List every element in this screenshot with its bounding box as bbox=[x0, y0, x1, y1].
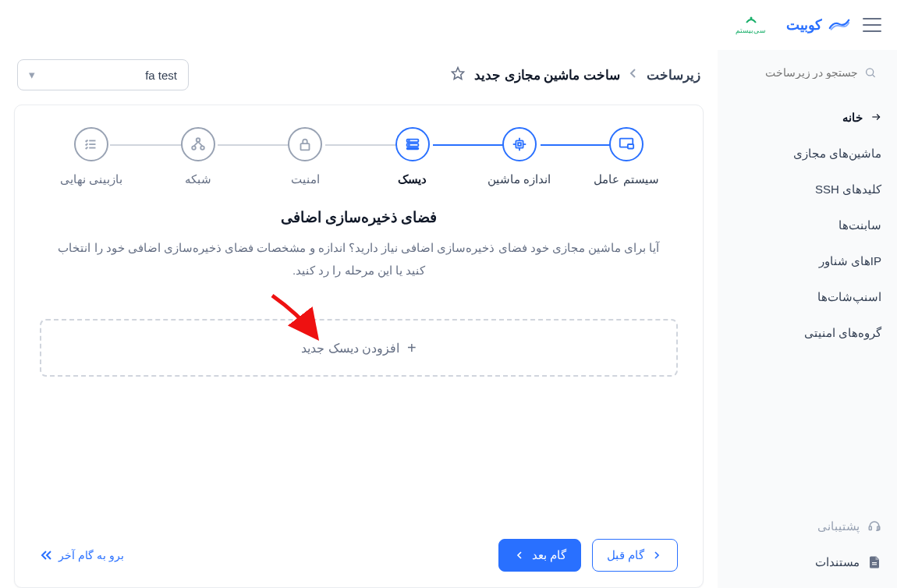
stepper: سیستم عامل اندازه ماشین دیسک امنیت شبکه bbox=[40, 127, 678, 186]
brand[interactable]: کوبیت bbox=[786, 16, 850, 34]
add-disk-button[interactable]: + افزودن دیسک جدید bbox=[40, 319, 678, 377]
partner-logo: سی‌بیستم bbox=[736, 15, 766, 35]
breadcrumb: زیرساخت ساخت ماشین مجازی جدید bbox=[474, 67, 700, 83]
step-size[interactable]: اندازه ماشین bbox=[473, 127, 566, 186]
section-description: آیا برای ماشین مجازی خود فضای ذخیره‌سازی… bbox=[55, 237, 663, 282]
svg-marker-8 bbox=[452, 68, 463, 80]
step-review[interactable]: بازبینی نهایی bbox=[44, 127, 138, 186]
caret-down-icon: ▾ bbox=[29, 68, 35, 82]
svg-rect-12 bbox=[518, 143, 521, 146]
sidebar: خانه ماشین‌های مجازی کلیدهای SSH سابنت‌ه… bbox=[718, 50, 897, 588]
breadcrumb-current: ساخت ماشین مجازی جدید bbox=[474, 67, 620, 83]
prev-step-button[interactable]: گام قبل bbox=[592, 539, 678, 572]
menu-toggle[interactable] bbox=[863, 18, 881, 32]
lock-icon bbox=[296, 136, 314, 153]
sidebar-item-support[interactable]: پشتیبانی bbox=[718, 508, 897, 544]
next-step-label: گام بعد bbox=[532, 548, 566, 562]
svg-rect-6 bbox=[872, 562, 877, 563]
svg-point-25 bbox=[200, 146, 204, 150]
step-network[interactable]: شبکه bbox=[151, 127, 245, 186]
step-label: اندازه ماشین bbox=[488, 172, 551, 186]
sidebar-item-label: ماشین‌های مجازی bbox=[793, 147, 881, 161]
search-input[interactable] bbox=[738, 66, 858, 79]
skip-to-last-step-link[interactable]: برو به گام آخر bbox=[40, 549, 124, 561]
wizard-card: سیستم عامل اندازه ماشین دیسک امنیت شبکه bbox=[14, 104, 704, 588]
chevron-left-icon bbox=[629, 67, 637, 83]
step-security[interactable]: امنیت bbox=[258, 127, 352, 186]
sidebar-item-docs[interactable]: مستندات bbox=[718, 544, 897, 580]
brand-name: کوبیت bbox=[786, 16, 822, 34]
svg-line-2 bbox=[873, 75, 875, 77]
svg-rect-22 bbox=[301, 143, 310, 150]
section-title: فضای ذخیره‌سازی اضافی bbox=[40, 208, 678, 226]
sidebar-item-security-groups[interactable]: گروه‌های امنیتی bbox=[718, 315, 897, 351]
svg-line-27 bbox=[198, 142, 203, 147]
next-step-button[interactable]: گام بعد bbox=[498, 539, 581, 572]
sidebar-item-label: مستندات bbox=[815, 555, 860, 569]
skip-label: برو به گام آخر bbox=[58, 549, 124, 561]
step-connector bbox=[110, 144, 183, 146]
document-icon bbox=[867, 555, 881, 569]
step-label: امنیت bbox=[291, 172, 320, 186]
step-label: بازبینی نهایی bbox=[60, 172, 122, 186]
sidebar-item-home[interactable]: خانه bbox=[718, 100, 897, 136]
server-icon bbox=[404, 136, 421, 153]
sidebar-item-label: IPهای شناور bbox=[819, 254, 881, 268]
svg-rect-10 bbox=[628, 144, 633, 149]
sidebar-search[interactable] bbox=[730, 59, 885, 86]
svg-rect-19 bbox=[406, 148, 418, 150]
step-connector bbox=[433, 144, 506, 146]
svg-line-26 bbox=[194, 142, 199, 147]
sidebar-item-label: پشتیبانی bbox=[817, 519, 860, 533]
svg-point-20 bbox=[409, 140, 410, 141]
chevron-right-icon bbox=[651, 549, 663, 561]
svg-point-1 bbox=[867, 69, 874, 76]
headset-icon bbox=[867, 519, 881, 533]
svg-point-0 bbox=[750, 17, 752, 19]
monitor-icon bbox=[618, 136, 635, 153]
step-connector bbox=[325, 144, 399, 146]
brand-wave-icon bbox=[828, 16, 850, 34]
svg-point-24 bbox=[192, 146, 196, 150]
add-disk-label: افزودن دیسک جدید bbox=[301, 341, 399, 356]
network-icon bbox=[190, 136, 207, 153]
step-connector bbox=[541, 144, 614, 146]
svg-point-23 bbox=[197, 138, 200, 142]
step-disk[interactable]: دیسک bbox=[366, 127, 459, 186]
chevron-left-icon bbox=[513, 549, 526, 561]
step-label: دیسک bbox=[398, 172, 427, 186]
sidebar-item-snapshots[interactable]: اسنپ‌شات‌ها bbox=[718, 279, 897, 315]
svg-rect-4 bbox=[869, 526, 871, 530]
project-select-value: fa test bbox=[145, 69, 177, 82]
sidebar-item-label: اسنپ‌شات‌ها bbox=[817, 290, 881, 304]
svg-rect-7 bbox=[872, 564, 877, 565]
sidebar-item-subnets[interactable]: سابنت‌ها bbox=[718, 207, 897, 243]
search-icon bbox=[864, 66, 877, 80]
sidebar-item-label: سابنت‌ها bbox=[838, 218, 881, 232]
sidebar-item-vms[interactable]: ماشین‌های مجازی bbox=[718, 136, 897, 172]
checklist-icon bbox=[83, 136, 100, 153]
sidebar-item-label: گروه‌های امنیتی bbox=[804, 326, 881, 340]
sidebar-item-label: کلیدهای SSH bbox=[815, 182, 881, 197]
step-label: شبکه bbox=[185, 172, 211, 186]
step-label: سیستم عامل bbox=[594, 172, 658, 186]
sidebar-item-floating-ips[interactable]: IPهای شناور bbox=[718, 243, 897, 279]
step-connector bbox=[218, 144, 291, 146]
prev-step-label: گام قبل bbox=[607, 548, 644, 562]
svg-point-21 bbox=[409, 144, 410, 145]
sidebar-item-ssh[interactable]: کلیدهای SSH bbox=[718, 172, 897, 207]
step-os[interactable]: سیستم عامل bbox=[580, 127, 673, 186]
breadcrumb-root[interactable]: زیرساخت bbox=[647, 67, 700, 83]
double-chevron-left-icon bbox=[40, 550, 52, 561]
arrow-right-icon bbox=[870, 112, 881, 125]
sidebar-item-label: خانه bbox=[842, 111, 863, 125]
project-selector[interactable]: ▾ fa test bbox=[17, 59, 189, 90]
plus-icon: + bbox=[407, 339, 417, 357]
svg-rect-11 bbox=[516, 140, 523, 147]
favorite-star-button[interactable] bbox=[451, 66, 465, 83]
cpu-icon bbox=[511, 136, 528, 153]
